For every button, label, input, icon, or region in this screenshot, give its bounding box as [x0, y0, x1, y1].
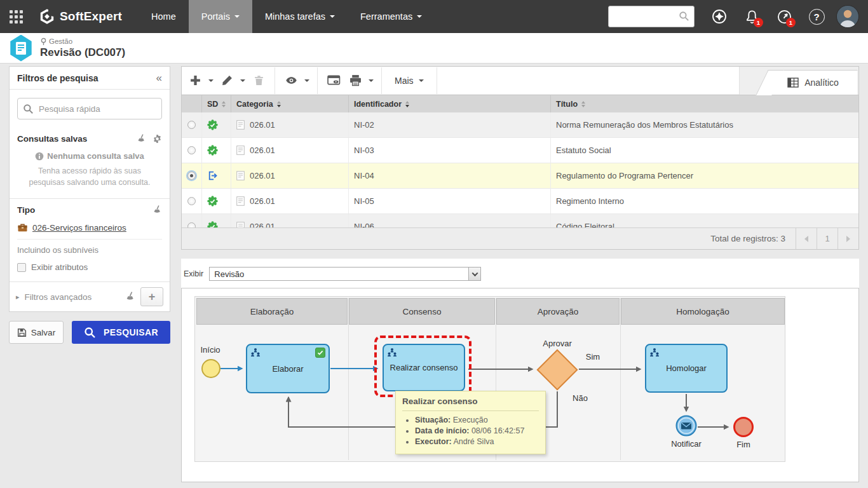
row-radio-checked[interactable] — [187, 172, 196, 180]
user-avatar[interactable] — [836, 5, 859, 28]
clear-filter-icon[interactable] — [137, 134, 146, 144]
current-page-button[interactable]: 1 — [817, 228, 837, 249]
row-radio[interactable] — [187, 121, 196, 129]
group-icon — [250, 348, 261, 358]
tooltip-item: Executor: André Silva — [415, 437, 539, 446]
prev-page-button[interactable] — [796, 228, 817, 249]
table-row[interactable]: 026.01 NI-03 Estatuto Social — [182, 138, 858, 163]
results-panel: Mais Analítico SD Categoria Identificado… — [181, 66, 859, 250]
workflow-canvas: Elaboração Consenso Aprovação Homologaçã… — [194, 296, 785, 462]
status-released-icon — [207, 119, 218, 130]
table-row[interactable]: 026.01 NI-02 Norma Remuneração dos Membr… — [182, 112, 858, 138]
next-icon — [846, 236, 850, 242]
pin-icon — [40, 37, 47, 46]
show-attributes-checkbox[interactable]: Exibir atributos — [10, 257, 170, 281]
softexpert-logo-icon — [39, 9, 55, 24]
edit-button[interactable] — [216, 70, 238, 92]
global-search — [608, 6, 695, 27]
checkbox-icon — [17, 263, 26, 272]
empty-state-title: Nenhuma consulta salva — [47, 151, 144, 161]
completed-check-icon — [315, 348, 325, 358]
table-row[interactable]: 026.01 NI-05 Regimento Interno — [182, 189, 858, 214]
edge-label-nao: Não — [561, 393, 599, 403]
empty-state-hint: Tenha acesso rápido às suas pesquisas sa… — [22, 165, 157, 188]
menu-item-minhas-tarefas[interactable]: Minhas tarefas — [252, 0, 348, 33]
end-label: Fim — [731, 440, 756, 449]
notifications-button[interactable]: 1 — [739, 4, 764, 29]
group-icon — [387, 348, 397, 358]
task-realizar-consenso[interactable]: Realizar consenso — [383, 344, 465, 391]
column-titulo[interactable]: Título — [551, 95, 858, 112]
search-icon — [84, 327, 96, 339]
start-event[interactable] — [201, 359, 220, 378]
save-button[interactable]: Salvar — [9, 321, 64, 344]
clear-filter-icon[interactable] — [125, 292, 135, 302]
exibir-select[interactable]: Revisão — [209, 267, 481, 281]
group-icon — [649, 348, 660, 358]
document-icon — [236, 120, 245, 130]
task-homologar[interactable]: Homologar — [645, 344, 728, 393]
add-button[interactable] — [184, 70, 206, 92]
row-radio[interactable] — [187, 222, 196, 227]
status-released-icon — [207, 196, 218, 207]
activity-tooltip: Realizar consenso Situação: Execução Dat… — [395, 391, 546, 454]
quick-search-input[interactable] — [17, 98, 162, 119]
row-radio[interactable] — [187, 197, 196, 205]
event-notificar[interactable] — [675, 415, 697, 437]
tab-analitico[interactable]: Analítico — [769, 70, 858, 95]
column-categoria[interactable]: Categoria — [231, 95, 349, 112]
quick-access-button[interactable] — [707, 4, 732, 29]
gear-icon[interactable] — [153, 134, 162, 144]
column-identificador[interactable]: Identificador — [349, 95, 551, 112]
type-section-title: Tipo — [17, 205, 146, 215]
status-released-icon — [207, 221, 218, 227]
table-row-selected[interactable]: 026.01 NI-04 Regulamento do Programa Per… — [182, 163, 858, 189]
saved-queries-title: Consultas salvas — [17, 134, 130, 144]
search-submit-button[interactable]: PESQUISAR — [72, 321, 170, 344]
info-icon — [35, 152, 44, 161]
add-filter-button[interactable]: + — [140, 287, 163, 306]
document-icon — [236, 146, 245, 155]
target-icon — [711, 8, 728, 25]
collapse-sidebar-button[interactable]: « — [156, 72, 162, 83]
row-radio[interactable] — [187, 146, 196, 154]
end-event[interactable] — [733, 417, 754, 437]
page-header: Gestão Revisão (DC007) — [0, 33, 868, 64]
search-icon — [679, 11, 689, 22]
help-button[interactable]: ? — [804, 4, 829, 29]
toolbar: Mais Analítico — [182, 67, 858, 95]
clear-filter-icon[interactable] — [153, 205, 162, 215]
detail-section: Exibir Revisão Elaboração Consenso Aprov… — [181, 259, 859, 482]
view-menu-caret[interactable] — [302, 70, 312, 92]
menu-item-home[interactable]: Home — [139, 0, 189, 33]
advanced-filters-toggle[interactable]: Filtros avançados — [25, 292, 120, 302]
sublevels-note: Incluindo os subníveis — [10, 240, 170, 257]
sort-icon — [581, 101, 585, 107]
tasks-badge: 1 — [786, 18, 796, 27]
chevron-down-icon — [468, 268, 480, 280]
more-button[interactable]: Mais — [387, 70, 431, 92]
print-button[interactable] — [344, 70, 366, 92]
print-menu-caret[interactable] — [366, 70, 376, 92]
brand-logo[interactable]: SoftExpert — [32, 0, 139, 33]
expand-caret-icon[interactable]: ▸ — [16, 293, 20, 301]
document-icon — [236, 196, 245, 206]
delete-button[interactable] — [248, 70, 269, 92]
column-sd[interactable]: SD — [202, 95, 231, 112]
menu-item-ferramentas[interactable]: Ferramentas — [348, 0, 435, 33]
main-menu: Home Portais Minhas tarefas Ferramentas — [139, 0, 435, 33]
task-elaborar[interactable]: Elaborar — [246, 344, 330, 393]
next-page-button[interactable] — [837, 228, 858, 249]
pending-tasks-button[interactable]: 1 — [771, 4, 797, 29]
top-navbar: SoftExpert Home Portais Minhas tarefas F… — [0, 0, 868, 33]
add-menu-caret[interactable] — [206, 70, 216, 92]
table-header: SD Categoria Identificador Título — [182, 95, 858, 112]
view-button[interactable] — [280, 70, 302, 92]
preview-button[interactable] — [323, 70, 344, 92]
apps-grid-button[interactable] — [0, 0, 32, 33]
table-row[interactable]: 026.01 NI-06 Código Eleitoral — [182, 214, 858, 227]
menu-item-portais[interactable]: Portais — [189, 0, 252, 33]
type-filter-link[interactable]: 026-Serviços financeiros — [32, 223, 126, 233]
edit-menu-caret[interactable] — [238, 70, 248, 92]
eye-icon — [285, 74, 297, 86]
